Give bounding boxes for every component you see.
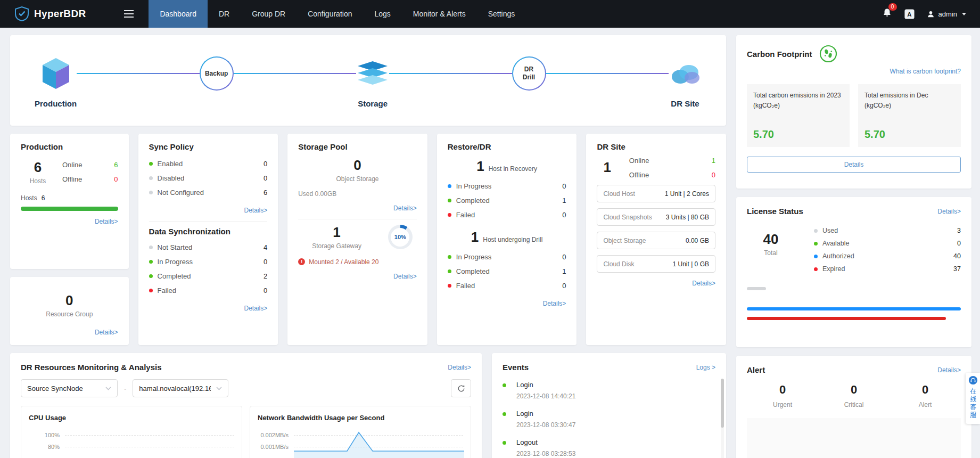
tab-monitor-alerts[interactable]: Monitor & Alerts bbox=[402, 0, 477, 28]
object-storage-count: 0 bbox=[298, 158, 417, 174]
user-icon bbox=[927, 10, 935, 18]
language-button[interactable]: A bbox=[904, 9, 915, 20]
backup-circle-label: Backup bbox=[201, 58, 233, 89]
brand: HyperBDR bbox=[15, 6, 86, 21]
flow-production-label: Production bbox=[35, 99, 77, 108]
flow-connector bbox=[546, 73, 669, 74]
drill-host-count: 1 bbox=[471, 230, 479, 246]
navbar-right: 0 A admin bbox=[882, 7, 980, 20]
username: admin bbox=[938, 10, 957, 18]
flow-node-dr-site: DR Site bbox=[669, 50, 702, 108]
carbon-details-button[interactable]: Details bbox=[747, 157, 961, 173]
chevron-down-icon bbox=[962, 13, 966, 15]
flow-connector bbox=[234, 73, 356, 74]
language-icon: A bbox=[904, 9, 915, 20]
resource-group-details-link[interactable]: Details> bbox=[95, 329, 118, 336]
online-support-widget[interactable]: 在线客服 bbox=[966, 373, 980, 424]
monitoring-details-link[interactable]: Details> bbox=[448, 364, 471, 371]
tab-logs[interactable]: Logs bbox=[363, 0, 401, 28]
refresh-button[interactable] bbox=[451, 379, 471, 397]
cloud-icon bbox=[669, 61, 702, 86]
object-storage-box: Object Storage0.00 GB bbox=[597, 232, 715, 249]
flow-node-storage: Storage bbox=[356, 50, 389, 108]
alert-stat: 0Alert bbox=[890, 383, 961, 408]
data-sync-details-link[interactable]: Details> bbox=[244, 305, 268, 312]
svg-text:A: A bbox=[907, 11, 911, 17]
license-authorized-bar bbox=[747, 307, 961, 310]
production-host-count: 6 bbox=[21, 160, 55, 176]
events-scrollbar[interactable] bbox=[721, 379, 724, 458]
license-total-count: 40 bbox=[747, 232, 795, 248]
flow-connector bbox=[389, 73, 512, 74]
chevron-down-icon bbox=[105, 387, 111, 390]
online-count: 6 bbox=[114, 161, 118, 169]
alert-card: Alert Details> 0Urgent 0Critical 0Alert bbox=[736, 356, 971, 458]
nav-tabs: Dashboard DR Group DR Configuration Logs… bbox=[149, 0, 526, 28]
tab-settings[interactable]: Settings bbox=[477, 0, 526, 28]
restore-dr-details-link[interactable]: Details> bbox=[543, 300, 566, 307]
user-menu[interactable]: admin bbox=[927, 10, 966, 18]
monitoring-card: DR Resources Monitoring & Analysis Detai… bbox=[10, 353, 482, 458]
source-node-select[interactable]: Source SyncNode bbox=[21, 379, 118, 397]
object-storage-details-link[interactable]: Details> bbox=[393, 205, 417, 212]
recovery-host-count: 1 bbox=[476, 159, 484, 175]
tab-group-dr[interactable]: Group DR bbox=[241, 0, 297, 28]
notifications-button[interactable]: 0 bbox=[882, 7, 892, 20]
support-icon bbox=[968, 375, 978, 385]
flow-node-backup: Backup bbox=[200, 50, 234, 91]
list-item: Logout2023-12-08 03:28:53 bbox=[503, 434, 715, 458]
flow-node-dr-drill: DR Drill bbox=[512, 50, 546, 91]
tab-dashboard[interactable]: Dashboard bbox=[149, 0, 208, 28]
events-card: Events Logs > Login2023-12-08 14:40:21 L… bbox=[492, 353, 726, 458]
network-bandwidth-chart: Network Bandwidth Usage per Second 0.002… bbox=[250, 406, 471, 458]
top-navbar: HyperBDR Dashboard DR Group DR Configura… bbox=[0, 0, 980, 28]
storage-gateway-details-link[interactable]: Details> bbox=[393, 273, 417, 280]
storage-pool-card: Storage Pool 0 Object Storage Used 0.00G… bbox=[287, 134, 427, 345]
dr-drill-circle-label: DR Drill bbox=[513, 58, 545, 89]
dr-site-card: DR Site 1 Online1 Offline0 Cloud Host1 U… bbox=[586, 134, 726, 345]
events-list: Login2023-12-08 14:40:21 Login2023-12-08… bbox=[503, 376, 715, 458]
tab-dr[interactable]: DR bbox=[208, 0, 241, 28]
license-status-card: License Status Details> 40 Total Used3 A… bbox=[736, 197, 971, 347]
storage-layers-icon bbox=[356, 61, 389, 86]
object-storage-used: Used 0.00GB bbox=[298, 190, 417, 198]
alert-details-link[interactable]: Details> bbox=[937, 366, 961, 374]
resource-group-card: 0 Resource Group Details> bbox=[10, 277, 129, 345]
events-logs-link[interactable]: Logs > bbox=[696, 364, 715, 371]
refresh-icon bbox=[457, 385, 465, 392]
urgent-stat: 0Urgent bbox=[747, 383, 818, 408]
dr-flow-banner: Production Backup Storage DR Drill bbox=[10, 35, 726, 126]
production-title: Production bbox=[21, 142, 118, 151]
carbon-footprint-icon bbox=[819, 45, 837, 63]
license-used-bar bbox=[747, 287, 766, 290]
list-item: Login2023-12-08 14:40:21 bbox=[503, 376, 715, 405]
license-details-link[interactable]: Details> bbox=[937, 208, 961, 215]
cloud-disk-box: Cloud Disk1 Unit | 0 GB bbox=[597, 255, 715, 273]
flow-node-production: Production bbox=[35, 50, 77, 108]
menu-toggle-icon[interactable] bbox=[121, 7, 137, 21]
chevron-down-icon bbox=[216, 387, 222, 390]
sync-policy-card: Sync Policy Enabled0 Disabled0 Not Confi… bbox=[138, 134, 278, 345]
flow-storage-label: Storage bbox=[358, 99, 388, 108]
gateway-mounted-label: Mounted 2 / Available 20 bbox=[309, 258, 378, 266]
network-line-series bbox=[294, 431, 464, 458]
carbon-info-link[interactable]: What is carbon footprint? bbox=[890, 68, 961, 75]
dr-site-details-link[interactable]: Details> bbox=[692, 280, 715, 287]
cpu-usage-chart: CPU Usage 100% 80% bbox=[21, 406, 242, 458]
carbon-footprint-card: Carbon Footprint What is carbon footprin… bbox=[736, 35, 971, 189]
warning-icon: ! bbox=[298, 258, 305, 265]
storage-gateway-count: 1 bbox=[312, 225, 361, 241]
list-item: Login2023-12-08 03:30:47 bbox=[503, 405, 715, 434]
tab-configuration[interactable]: Configuration bbox=[297, 0, 363, 28]
flow-connector bbox=[77, 73, 199, 74]
resource-group-count: 0 bbox=[21, 293, 118, 309]
sync-policy-details-link[interactable]: Details> bbox=[244, 207, 268, 214]
brand-name: HyperBDR bbox=[34, 8, 86, 20]
gateway-usage-donut: 10% bbox=[388, 225, 413, 249]
support-label: 在线客服 bbox=[968, 388, 977, 420]
alert-chart-placeholder bbox=[747, 418, 961, 458]
critical-stat: 0Critical bbox=[818, 383, 890, 408]
production-cube-icon bbox=[42, 57, 70, 90]
production-details-link[interactable]: Details> bbox=[95, 218, 118, 225]
target-host-select[interactable]: hamal.novalocal(192.16 bbox=[133, 379, 228, 397]
